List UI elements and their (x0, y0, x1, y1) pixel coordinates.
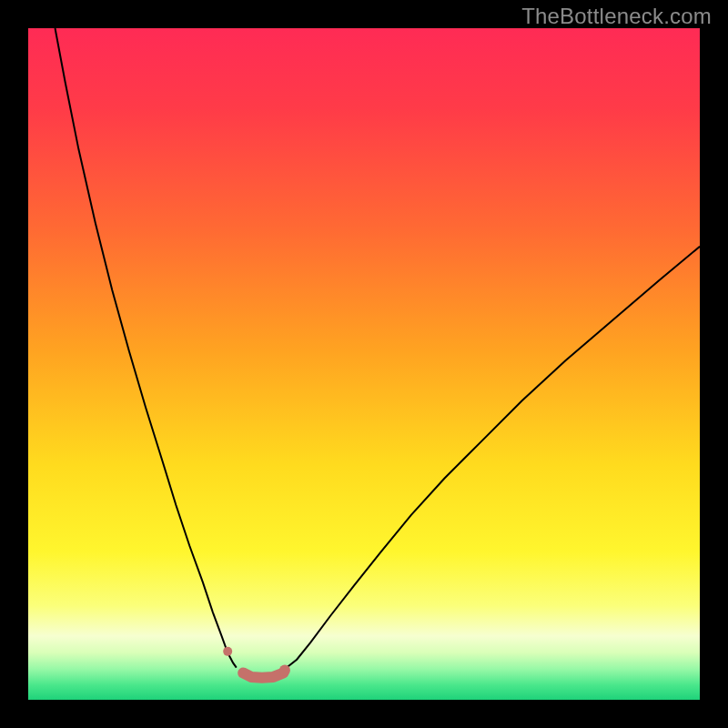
chart-frame: TheBottleneck.com (0, 0, 728, 728)
watermark-text: TheBottleneck.com (521, 4, 712, 29)
plot-area (28, 28, 700, 700)
heatmap-background (28, 28, 700, 700)
chart-svg (28, 28, 700, 700)
marker-dot-left (223, 647, 232, 656)
marker-dot-right (279, 665, 290, 676)
series-valley-floor (243, 672, 283, 677)
